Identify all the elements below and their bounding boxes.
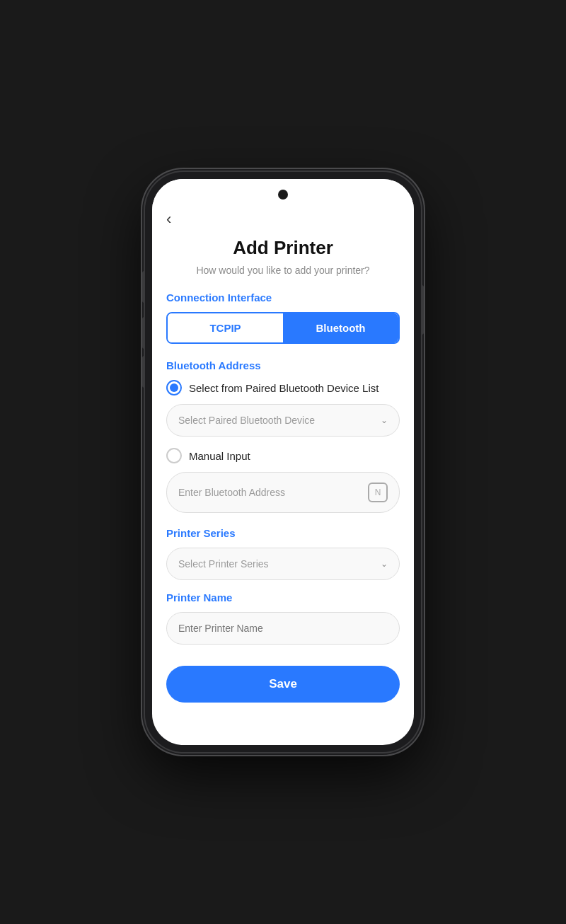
radio-option-paired-list[interactable]: Select from Paired Bluetooth Device List (166, 380, 400, 395)
bluetooth-address-placeholder: Enter Bluetooth Address (178, 487, 285, 498)
nfc-icon: N (368, 483, 388, 502)
page-subtitle: How would you like to add your printer? (166, 265, 400, 276)
back-arrow-icon: ‹ (166, 210, 171, 229)
back-button[interactable]: ‹ (166, 210, 171, 229)
radio-selected-icon (166, 380, 182, 395)
page-title: Add Printer (166, 237, 400, 259)
radio-option-manual[interactable]: Manual Input (166, 448, 400, 463)
printer-series-label: Printer Series (166, 527, 400, 539)
phone-frame: ‹ Add Printer How would you like to add … (145, 172, 421, 752)
screen-content: ‹ Add Printer How would you like to add … (152, 210, 414, 745)
printer-name-label: Printer Name (166, 591, 400, 604)
radio-option2-label: Manual Input (189, 450, 250, 462)
camera-dot (278, 190, 288, 200)
save-button[interactable]: Save (166, 666, 400, 703)
connection-tab-group: TCPIP Bluetooth (166, 312, 400, 344)
connection-interface-label: Connection Interface (166, 291, 400, 304)
printer-series-dropdown[interactable]: Select Printer Series ⌄ (166, 548, 400, 580)
printer-name-input[interactable] (166, 612, 400, 645)
series-chevron-down-icon: ⌄ (381, 559, 388, 569)
phone-screen: ‹ Add Printer How would you like to add … (152, 179, 414, 745)
paired-device-dropdown[interactable]: Select Paired Bluetooth Device ⌄ (166, 404, 400, 437)
nfc-label: N (375, 487, 381, 497)
radio-option1-label: Select from Paired Bluetooth Device List (189, 382, 379, 394)
paired-device-placeholder: Select Paired Bluetooth Device (178, 415, 315, 426)
printer-series-placeholder: Select Printer Series (178, 558, 269, 570)
chevron-down-icon: ⌄ (381, 415, 388, 425)
bluetooth-address-label: Bluetooth Address (166, 359, 400, 371)
bluetooth-address-input-container[interactable]: Enter Bluetooth Address N (166, 472, 400, 513)
radio-unselected-icon (166, 448, 182, 463)
tab-tcpip[interactable]: TCPIP (168, 313, 283, 342)
phone-notch (152, 179, 414, 210)
tab-bluetooth[interactable]: Bluetooth (283, 313, 398, 342)
